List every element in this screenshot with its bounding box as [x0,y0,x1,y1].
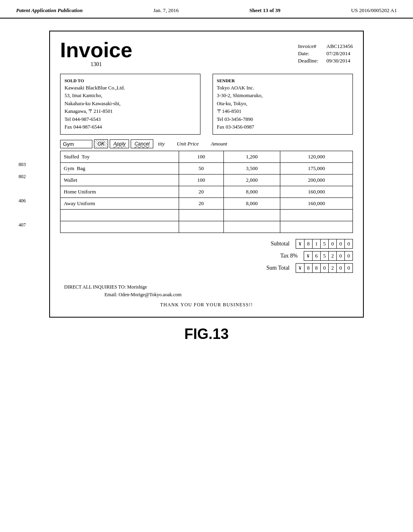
summary-table: Subtotal ¥ 8 1 5 0 0 0 Tax 8% ¥ [267,239,353,275]
sender-fax: Fax 03-3456-0987 [217,123,348,131]
subtotal-d5: 0 [336,239,344,248]
sender-tel: Tel 03-3456-7890 [217,116,348,123]
publication-label: Patent Application Publication [16,7,83,14]
subtotal-d2: 1 [312,239,320,248]
tax-yen: ¥ [304,251,312,260]
tax-d4: 0 [336,251,344,260]
item-name-4: Home Uniform [60,186,179,198]
sender-address1: 3-30-2, Shimomaruko, [217,92,348,100]
edit-field[interactable] [60,140,92,148]
item-price-7 [223,221,280,233]
invoice-hash-label: Invoice# [298,43,319,50]
item-qty-2: 50 [179,163,223,175]
ref-802: 802 [19,174,26,179]
subtotal-d6: 0 [344,239,353,248]
sender-address3: 〒146-8501 [217,108,348,115]
table-row: Away Uniform 20 8,000 160,000 [60,198,353,210]
tax-label: Tax 8% [280,253,298,259]
table-row: Home Uniform 20 8,000 160,000 [60,186,353,198]
invoice-title: Invoice [60,39,132,60]
patent-number: US 2016/0005202 A1 [351,7,397,14]
total-d3: 0 [320,264,328,272]
quantity-col-header: tity [158,141,165,147]
edit-bar: OK Apply Cancel tity Unit Price Amount [60,139,353,148]
item-amount-2: 175,000 [280,163,353,175]
sold-to-label: SOLD TO [65,77,196,84]
table-row [60,221,353,233]
item-name-2: Gym Bag [60,163,179,175]
sender-label: SENDER [217,77,348,84]
item-price-3: 2,000 [223,175,280,186]
subtotal-yen: ¥ [296,239,304,248]
sold-to-tel: Tel 044-987-6543 [65,116,196,123]
item-amount-6 [280,210,353,221]
ok-button[interactable]: OK [94,139,108,148]
button-group: OK Apply Cancel [94,139,156,148]
sold-to-address3: Kanagawa, 〒211-8501 [65,108,196,115]
invoice-meta: Invoice# ABC123456 Date: 07/28/2014 Dead… [298,43,353,64]
tax-amount: ¥ 6 5 2 0 0 [304,251,353,261]
sheet-info: Sheet 13 of 39 [249,7,280,14]
footer-thanks: THANK YOU FOR YOUR BUSINESS!! [60,301,353,309]
deadline-label: Deadline: [298,58,319,64]
item-amount-4: 160,000 [280,186,353,198]
item-name-5: Away Uniform [60,198,179,210]
invoice-hash-value: ABC123456 [326,43,353,50]
table-row [60,210,353,221]
invoice-footer: DIRECT ALL INQUIRIES TO: Morishige Email… [60,283,353,309]
apply-button[interactable]: Apply [110,139,129,148]
sender-address2: Ota-ku, Tokyo, [217,100,348,108]
items-table-container: 803 802 406 407 Stuffed Toy 100 1,200 12… [60,151,353,233]
sum-total-label: Sum Total [267,265,290,271]
subtotal-row: Subtotal ¥ 8 1 5 0 0 0 [267,239,353,249]
item-price-4: 8,000 [223,186,280,198]
subtotal-label: Subtotal [271,241,290,247]
ref-407: 407 [19,222,26,227]
sender-box: SENDER Tokyo AOAK Inc. 3-30-2, Shimomaru… [213,74,353,135]
item-qty-6 [179,210,223,221]
item-amount-3: 200,000 [280,175,353,186]
total-d4: 2 [328,264,336,272]
item-price-2: 3,500 [223,163,280,175]
table-row: Wallet 100 2,000 200,000 [60,175,353,186]
total-d6: 0 [344,264,353,272]
item-amount-5: 160,000 [280,198,353,210]
item-qty-7 [179,221,223,233]
subtotal-amount: ¥ 8 1 5 0 0 0 [296,239,353,249]
tax-d1: 6 [312,251,320,260]
ref-406: 406 [19,198,26,203]
invoice-box: Invoice 1301 Invoice# ABC123456 Date: 07… [49,31,364,318]
subtotal-d3: 5 [320,239,328,248]
table-row: Stuffed Toy 100 1,200 120,000 [60,151,353,163]
date-value: 07/28/2014 [326,50,353,57]
subtotal-d1: 8 [304,239,312,248]
amount-col-header: Amount [211,141,227,147]
invoice-items-table: Stuffed Toy 100 1,200 120,000 Gym Bag 50… [60,151,353,233]
summary-section: Subtotal ¥ 8 1 5 0 0 0 Tax 8% ¥ [60,239,353,275]
item-amount-1: 120,000 [280,151,353,163]
tax-d3: 2 [328,251,336,260]
figure-label: FIG.13 [184,326,229,343]
total-yen: ¥ [296,264,304,272]
ref-803: 803 [19,162,26,167]
main-content: Invoice 1301 Invoice# ABC123456 Date: 07… [0,19,413,351]
item-price-5: 8,000 [223,198,280,210]
sold-to-address1: 53, Imai Kamicho, [65,92,196,100]
item-price-1: 1,200 [223,151,280,163]
invoice-number: 1301 [91,61,102,68]
invoice-title-section: Invoice 1301 [60,39,132,68]
sum-total-row: Sum Total ¥ 8 8 0 2 0 0 [267,263,353,273]
item-price-6 [223,210,280,221]
total-d5: 0 [336,264,344,272]
sender-company: Tokyo AOAK Inc. [217,84,348,92]
address-row: SOLD TO Kawasaki BlackBlue Co.,Ltd. 53, … [60,74,353,135]
item-qty-5: 20 [179,198,223,210]
total-d2: 8 [312,264,320,272]
item-name-6 [60,210,179,221]
tax-d5: 0 [344,251,353,260]
item-name-7 [60,221,179,233]
unit-price-col-header: Unit Price [177,141,199,147]
cancel-button[interactable]: Cancel [131,139,153,148]
tax-d2: 5 [320,251,328,260]
date-label: Date: [298,50,319,57]
